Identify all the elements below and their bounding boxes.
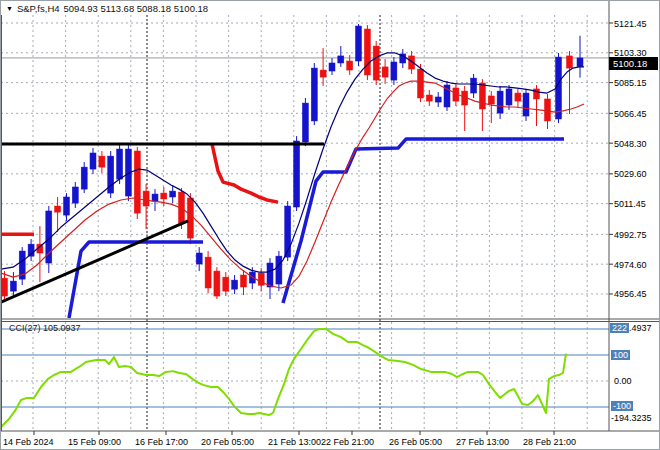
candle-body-bear (320, 70, 326, 77)
ma-slow-line (1, 81, 584, 288)
price-axis-label: 5103.30 (614, 48, 647, 58)
price-axis-label: 5066.45 (614, 109, 647, 119)
candle-body-bear (545, 99, 551, 121)
cci-level-zero-label: 0.00 (614, 376, 632, 386)
candle-body-bear (205, 257, 211, 288)
candle-body-bear (143, 191, 149, 206)
chart-window: ▼ S&P,fs,H4 5094.93 5113.68 5088.18 5100… (0, 0, 660, 450)
candle-body-bull (72, 187, 78, 203)
time-axis-label: 26 Feb 05:00 (389, 437, 442, 447)
chart-title: ▼ S&P,fs,H4 5094.93 5113.68 5088.18 5100… (6, 4, 208, 14)
candle-body-bear (187, 198, 193, 238)
candle-body-bull (506, 89, 512, 105)
candle-body-bear (418, 69, 424, 98)
ma-fast-line (1, 53, 584, 272)
candle-body-bull (523, 93, 529, 116)
candle-body-bear (426, 95, 432, 101)
candle-body-bear (515, 93, 521, 101)
cci-level-minus200-chip: -200 (611, 426, 633, 431)
candle-body-bear (2, 278, 8, 296)
candle-body-bull (276, 256, 282, 284)
candle-body-bear (214, 271, 220, 296)
candle-body-bull (329, 63, 335, 71)
price-axis-label: 5011.45 (614, 199, 646, 209)
candle-body-bull (471, 78, 477, 93)
time-axis-label: 28 Feb 21:00 (523, 437, 576, 447)
symbol-dropdown-icon[interactable]: ▼ (6, 4, 13, 14)
price-axis-label: 5085.15 (614, 78, 647, 88)
candle-body-bear (99, 156, 105, 167)
time-axis-label: 15 Feb 09:00 (68, 437, 121, 447)
candle-body-bull (152, 194, 158, 201)
cci-level-minus100-chip: -100 (611, 401, 633, 411)
candle-body-bear (364, 29, 370, 75)
price-axis-label: 4974.60 (614, 260, 647, 270)
time-axis-label: 27 Feb 13:00 (456, 437, 509, 447)
symbol-period-label: S&P,fs,H4 (17, 4, 60, 14)
candle-body-bear (479, 83, 485, 109)
candle-body-bear (382, 67, 388, 77)
cci-scale-max: 222.4937 (610, 323, 652, 333)
time-axis-label: 16 Feb 17:00 (135, 437, 188, 447)
candle-body-bull (232, 280, 238, 289)
candle-body-bull (81, 167, 87, 189)
candle-body-bull (170, 191, 176, 197)
time-axis-label: 14 Feb 2024 (3, 437, 54, 447)
time-axis-label: 21 Feb 13:00 (268, 437, 321, 447)
step-support-line-blue (69, 242, 203, 318)
candle-body-bull (196, 253, 202, 264)
candle-body-bull (10, 281, 16, 291)
price-axis-label: 4992.75 (614, 230, 647, 240)
candle-body-bull (267, 263, 273, 287)
price-axis-label: 4956.45 (614, 289, 647, 299)
bid-price-badge: 5100.18 (609, 57, 658, 70)
cci-indicator-line (1, 329, 566, 427)
candle-body-bull (497, 91, 503, 113)
candle-body-bull (435, 97, 441, 102)
candle-body-bear (223, 277, 229, 291)
candle-body-bull (90, 153, 96, 169)
candle-body-bear (347, 61, 353, 70)
candle-body-bear (567, 56, 573, 68)
candle-body-bull (302, 103, 308, 142)
candle-body-bear (373, 46, 379, 80)
candle-body-bull (294, 141, 300, 207)
cci-scale-max-rest: .4937 (629, 323, 652, 333)
candle-body-bear (161, 193, 167, 199)
candle-body-bull (577, 58, 583, 67)
candle-body-bear (134, 151, 140, 213)
candle-body-bull (311, 68, 317, 121)
price-axis-label: 5121.45 (614, 19, 647, 29)
candle-body-bear (241, 275, 247, 287)
candle-body-bull (64, 197, 70, 215)
chart-canvas[interactable] (1, 1, 660, 450)
cci-scale-min: -194.3235 (611, 413, 652, 423)
indicator-label: CCI(27) 105.0937 (9, 323, 81, 333)
candle-body-bear (488, 96, 494, 104)
candle-body-bear (55, 206, 61, 212)
time-axis-label: 22 Feb 21:00 (321, 437, 374, 447)
candle-body-bull (556, 57, 562, 119)
price-axis-label: 5048.30 (614, 139, 647, 149)
candle-body-bull (117, 149, 123, 179)
price-axis-label: 5029.60 (614, 169, 647, 179)
cci-level-200-chip: 222 (610, 323, 629, 333)
candle-body-bull (356, 26, 362, 61)
step-resistance-line-red (212, 144, 278, 202)
time-axis-label: 20 Feb 05:00 (201, 437, 254, 447)
cci-level-100-chip: 100 (611, 350, 630, 360)
candle-body-bull (338, 56, 344, 63)
candle-body-bull (391, 62, 397, 80)
ohlc-values: 5094.93 5113.68 5088.18 5100.18 (64, 4, 209, 14)
